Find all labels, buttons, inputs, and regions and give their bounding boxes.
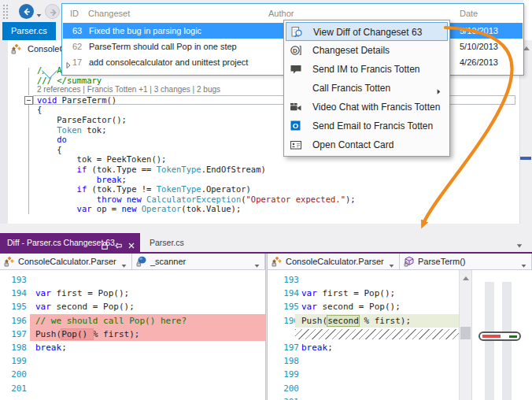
visual-studio-window: Parser.cs ConsoleC /// A/// </summary2 r… bbox=[0, 0, 532, 400]
back-history-dropdown[interactable] bbox=[35, 8, 43, 16]
chevron-down-icon[interactable] bbox=[253, 258, 260, 265]
menu-item-label: View Diff of Changeset 63 bbox=[313, 27, 422, 38]
line-number: 199 bbox=[277, 369, 299, 381]
diff-tab-active[interactable]: Diff - Parser.cs Changeset 63 bbox=[0, 233, 140, 252]
column-date: Date bbox=[460, 9, 478, 18]
changeset-date: 5/10/2013 bbox=[460, 23, 498, 39]
menu-item-label: Send Email to Francis Totten bbox=[312, 120, 433, 131]
context-menu-item[interactable]: DChangeset Details bbox=[286, 41, 448, 60]
line-number: 200 bbox=[5, 369, 27, 381]
chevron-down-icon[interactable] bbox=[520, 258, 527, 265]
nav-label: _scanner bbox=[150, 254, 186, 269]
editor-tab-label: Parser.cs bbox=[11, 26, 47, 35]
nav-label: ParseTerm() bbox=[418, 254, 466, 269]
forward-button[interactable] bbox=[45, 4, 60, 19]
column-author: Author bbox=[268, 9, 294, 18]
nav-dropdown-right-member[interactable]: ParseTerm() bbox=[400, 254, 532, 270]
editor-top-right-area bbox=[523, 0, 532, 41]
send-email-icon: O bbox=[290, 120, 303, 132]
menu-item-label: Changeset Details bbox=[312, 45, 390, 56]
diff-viewport-indicator[interactable] bbox=[478, 331, 521, 341]
context-menu-item[interactable]: Send IM to Francis Totten bbox=[286, 60, 448, 79]
diff-tab-inactive[interactable]: Parser.cs bbox=[145, 233, 189, 252]
diff-overview-bar-left[interactable] bbox=[485, 282, 494, 400]
editor-tab-parser[interactable]: Parser.cs bbox=[2, 22, 56, 40]
changeset-id: 62 bbox=[72, 39, 82, 54]
nav-dropdown-left-scope[interactable]: ConsoleCalculator.Parser bbox=[0, 254, 132, 270]
tab-list-dropdown[interactable] bbox=[515, 239, 523, 246]
code-line: var op = new Operator(tok.Value); bbox=[0, 204, 518, 214]
toolbar-grip[interactable] bbox=[2, 4, 8, 20]
view-diff-icon bbox=[290, 26, 304, 39]
context-menu-item[interactable]: Open Contact Card bbox=[286, 135, 448, 154]
scrollbar-thumb[interactable] bbox=[460, 327, 471, 339]
class-icon bbox=[11, 43, 22, 54]
context-menu-item[interactable]: View Diff of Changeset 63 bbox=[286, 22, 448, 41]
diff-overview-bar-right[interactable] bbox=[502, 282, 512, 400]
diff-left-pane: 193194var first = Pop();195var second = … bbox=[0, 273, 265, 400]
breadcrumb-type-dropdown[interactable]: ConsoleC bbox=[11, 43, 65, 56]
changeset-date: 5/10/2013 bbox=[460, 39, 498, 54]
changeset-message: ParseTerm should call Pop in one step bbox=[89, 39, 237, 54]
deleted-line-placeholder bbox=[295, 329, 459, 339]
video-chat-icon bbox=[290, 101, 303, 113]
scroll-up-icon[interactable] bbox=[461, 272, 471, 282]
code-line: 198break; bbox=[0, 341, 265, 354]
changeset-message: add consolecalculator and unittest proje… bbox=[89, 54, 248, 70]
scrollbar-caret-marker bbox=[520, 157, 531, 160]
line-number: 193 bbox=[277, 274, 299, 287]
nav-label: ConsoleCalculator.Parser bbox=[18, 254, 116, 269]
chevron-down-icon[interactable] bbox=[120, 258, 127, 265]
chevron-down-icon[interactable] bbox=[388, 258, 395, 265]
code-line: 195var second = Pop(); bbox=[0, 300, 265, 313]
line-number: 200 bbox=[277, 383, 299, 395]
code-line: 200 bbox=[0, 368, 265, 381]
line-number: 194 bbox=[277, 287, 299, 300]
send-im-icon bbox=[290, 63, 303, 76]
menu-item-label: Send IM to Francis Totten bbox=[312, 64, 420, 75]
submenu-arrow-icon bbox=[435, 84, 442, 91]
class-icon bbox=[272, 256, 283, 267]
diff-pane-divider[interactable] bbox=[265, 254, 268, 400]
nav-label: ConsoleCalculator.Parser bbox=[286, 254, 384, 269]
code-line: 193 bbox=[0, 273, 265, 287]
removed-marker bbox=[482, 335, 501, 338]
line-number: 198 bbox=[277, 355, 299, 368]
code-line: 197Push(Pop() % first); bbox=[0, 328, 265, 341]
line-number: 201 bbox=[5, 383, 27, 395]
line-number: 199 bbox=[5, 355, 27, 368]
line-number: 195 bbox=[277, 301, 299, 313]
field-icon bbox=[136, 256, 147, 267]
code-line: if (tok.Type != TokenType.Operator) bbox=[0, 184, 518, 194]
expander-icon[interactable] bbox=[65, 58, 72, 66]
changeset-message: Fixed the bug in parsing logic bbox=[89, 23, 201, 39]
changeset-id: 63 bbox=[72, 23, 82, 39]
code-line: break; bbox=[0, 175, 518, 185]
line-number: 194 bbox=[5, 287, 27, 300]
line-number: 196 bbox=[5, 315, 27, 328]
diff-tab-label: Diff - Parser.cs Changeset 63 bbox=[7, 233, 115, 252]
line-number: 201 bbox=[277, 396, 299, 400]
contact-card-icon bbox=[290, 139, 303, 151]
svg-text:O: O bbox=[293, 121, 298, 130]
breadcrumb-label: ConsoleC bbox=[28, 44, 65, 54]
context-menu-item[interactable]: Video Chat with Francis Totten bbox=[286, 98, 448, 117]
nav-dropdown-left-member[interactable]: _scanner bbox=[132, 254, 265, 270]
changeset-details-icon: D bbox=[290, 44, 303, 57]
menu-item-label: Call Francis Totten bbox=[312, 83, 390, 94]
changeset-date: 4/26/2013 bbox=[460, 54, 498, 70]
code-line: if (tok.Type == TokenType.EndOfStream) bbox=[0, 165, 518, 175]
column-changeset: Changeset bbox=[88, 9, 130, 18]
close-button[interactable] bbox=[127, 238, 136, 247]
code-line: 199 bbox=[0, 354, 265, 368]
pin-button[interactable] bbox=[113, 238, 123, 247]
code-line: 201 bbox=[0, 382, 265, 395]
nav-dropdown-right-scope[interactable]: ConsoleCalculator.Parser bbox=[268, 254, 400, 270]
context-menu-item[interactable]: Call Francis Totten bbox=[286, 79, 448, 98]
back-button[interactable] bbox=[19, 4, 34, 19]
method-icon bbox=[404, 256, 415, 267]
line-number: 197 bbox=[277, 342, 299, 354]
added-marker bbox=[509, 335, 517, 338]
code-line: 196// we should call Pop() here? bbox=[0, 314, 265, 328]
context-menu-item[interactable]: OSend Email to Francis Totten bbox=[286, 117, 448, 135]
